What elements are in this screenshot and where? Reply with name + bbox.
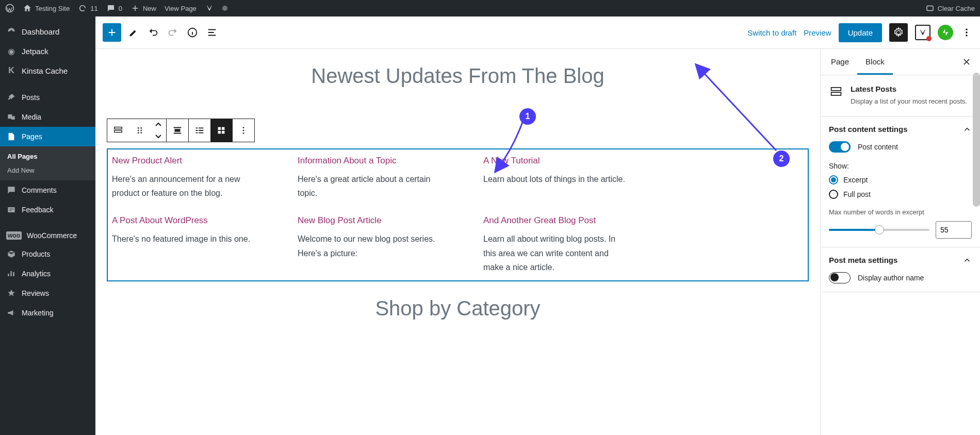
sidebar-item-pages[interactable]: Pages — [0, 127, 95, 146]
more-options-button[interactable] — [960, 23, 973, 42]
jetpack-icon — [941, 28, 950, 37]
list-view-icon — [194, 125, 205, 136]
refresh-icon — [78, 4, 87, 13]
home-icon — [23, 4, 32, 13]
view-page-link[interactable]: View Page — [165, 5, 197, 12]
svg-point-6 — [966, 35, 967, 36]
tab-block[interactable]: Block — [857, 49, 893, 75]
sidebar-label: WooCommerce — [27, 231, 77, 240]
switch-to-draft-link[interactable]: Switch to draft — [747, 28, 796, 37]
add-block-button[interactable] — [103, 23, 121, 42]
list-icon — [206, 27, 218, 38]
chevron-down-icon — [155, 133, 162, 139]
svg-rect-17 — [222, 127, 225, 130]
move-up-button[interactable] — [151, 119, 166, 130]
close-settings-button[interactable] — [955, 49, 978, 75]
sidebar-item-comments[interactable]: Comments — [0, 180, 95, 200]
sidebar-item-kinsta[interactable]: KKinsta Cache — [0, 61, 95, 80]
redo-button[interactable] — [166, 25, 180, 40]
section-toggle[interactable]: Post meta settings — [829, 256, 972, 265]
svg-point-10 — [140, 127, 142, 129]
comments-link[interactable]: 0 — [106, 4, 122, 13]
heading-block[interactable]: Newest Updates From The Blog — [101, 64, 815, 88]
yoast-button[interactable] — [915, 25, 930, 40]
latest-posts-block[interactable]: New Product AlertHere's an announcement … — [107, 148, 809, 281]
radio-full-post[interactable]: Full post — [829, 190, 972, 199]
list-view-button[interactable] — [189, 119, 210, 142]
edit-tool-button[interactable] — [126, 25, 141, 40]
sidebar-item-woocommerce[interactable]: wooWooCommerce — [0, 227, 95, 244]
sidebar-item-media[interactable]: Media — [0, 107, 95, 127]
post-title-link[interactable]: New Blog Post Article — [298, 215, 442, 226]
yoast-bar-icon[interactable] — [205, 4, 214, 13]
heading-block[interactable]: Shop by Category — [101, 297, 815, 320]
svg-rect-15 — [175, 129, 181, 132]
preview-link[interactable]: Preview — [804, 28, 831, 37]
tab-page[interactable]: Page — [823, 49, 857, 75]
drag-handle[interactable] — [129, 119, 151, 142]
block-type-button[interactable] — [107, 119, 129, 142]
post-title-link[interactable]: Information About a Topic — [298, 156, 442, 166]
updates-link[interactable]: 11 — [78, 4, 97, 13]
post-card: A New TutorialLearn about lots of things… — [483, 156, 628, 200]
sidebar-item-jetpack[interactable]: ◉Jetpack — [0, 41, 95, 61]
block-more-button[interactable] — [233, 119, 254, 142]
post-title-link[interactable]: And Another Great Blog Post — [483, 215, 628, 226]
svg-rect-24 — [831, 92, 841, 95]
settings-toggle-button[interactable] — [889, 23, 908, 42]
post-title-link[interactable]: New Product Alert — [112, 156, 256, 166]
post-title-link[interactable]: A New Tutorial — [483, 156, 628, 166]
post-card: New Blog Post ArticleWelcome to our new … — [298, 215, 442, 274]
latest-posts-icon — [829, 85, 843, 99]
grid-view-icon — [216, 125, 227, 136]
editor-canvas[interactable]: Newest Updates From The Blog — [95, 49, 820, 435]
status-dot — [222, 6, 227, 11]
radio-excerpt[interactable]: Excerpt — [829, 175, 972, 185]
sidebar-item-reviews[interactable]: Reviews — [0, 283, 95, 303]
display-author-toggle[interactable] — [829, 272, 851, 283]
radio-input[interactable] — [829, 175, 838, 185]
align-button[interactable] — [167, 119, 188, 142]
block-toolbar — [107, 119, 255, 142]
site-name-link[interactable]: Testing Site — [23, 4, 70, 13]
section-title: Post content settings — [829, 125, 908, 133]
star-icon — [6, 288, 17, 298]
svg-point-22 — [243, 132, 244, 134]
info-icon — [187, 27, 198, 38]
more-vertical-icon — [238, 125, 249, 136]
move-down-button[interactable] — [151, 130, 166, 142]
megaphone-icon — [6, 308, 17, 318]
sidebar-item-dashboard[interactable]: Dashboard — [0, 22, 95, 41]
radio-input[interactable] — [829, 190, 838, 199]
block-title: Latest Posts — [851, 85, 967, 93]
sidebar-item-analytics[interactable]: Analytics — [0, 264, 95, 283]
maxwords-input[interactable] — [936, 221, 972, 239]
outline-button[interactable] — [205, 25, 219, 40]
submenu-all-pages[interactable]: All Pages — [0, 149, 95, 163]
jetpack-button[interactable] — [938, 25, 953, 40]
view-page-label: View Page — [165, 5, 197, 12]
section-toggle[interactable]: Post content settings — [829, 125, 972, 134]
sidebar-item-posts[interactable]: Posts — [0, 88, 95, 107]
scrollbar[interactable] — [973, 73, 980, 207]
site-name-label: Testing Site — [35, 5, 70, 12]
post-content-toggle[interactable] — [829, 141, 851, 153]
maxwords-slider[interactable] — [829, 229, 929, 231]
feedback-icon — [6, 205, 17, 215]
info-button[interactable] — [185, 25, 200, 40]
wp-logo[interactable] — [5, 4, 14, 13]
update-button[interactable]: Update — [839, 23, 882, 42]
sidebar-item-marketing[interactable]: Marketing — [0, 303, 95, 323]
post-title-link[interactable]: A Post About WordPress — [112, 215, 256, 226]
svg-rect-18 — [218, 131, 221, 133]
clear-cache-link[interactable]: Clear Cache — [925, 4, 975, 13]
kinsta-icon: K — [6, 65, 17, 76]
new-label: New — [143, 5, 156, 12]
new-link[interactable]: New — [130, 4, 156, 13]
undo-button[interactable] — [146, 25, 160, 40]
chevron-up-icon — [962, 125, 972, 134]
submenu-add-new[interactable]: Add New — [0, 163, 95, 177]
sidebar-item-products[interactable]: Products — [0, 244, 95, 264]
grid-view-button[interactable] — [210, 119, 232, 142]
sidebar-item-feedback[interactable]: Feedback — [0, 200, 95, 220]
